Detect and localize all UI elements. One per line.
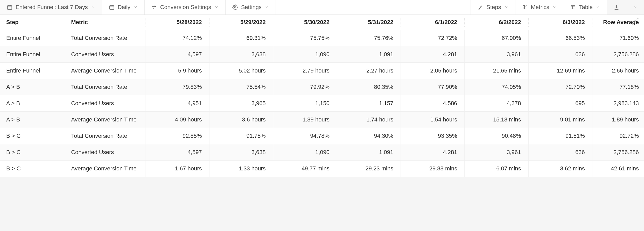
settings-label: Settings [241,4,262,11]
cell-value: 4,281 [401,46,464,63]
table-row: A > BTotal Conversion Rate79.83%75.54%79… [0,79,644,95]
metrics-icon [522,4,528,10]
cell-value: 90.48% [464,128,528,144]
col-row-average[interactable]: Row Average [592,15,644,30]
cell-value: 6.07 mins [464,161,528,177]
view-picker[interactable]: Table [563,0,607,15]
toolbar-spacer [276,0,471,15]
chevron-down-icon [91,4,95,11]
cell-value: 3.62 mins [528,161,592,177]
cell-value: 15.13 mins [464,112,528,128]
cell-value: 80.35% [337,79,401,95]
cell-metric: Converted Users [65,46,145,63]
granularity-picker[interactable]: Daily [102,0,145,15]
cell-value: 1,150 [273,95,337,112]
steps-label: Steps [486,4,501,11]
cell-value: 69.31% [209,30,273,46]
metrics-picker[interactable]: Metrics [515,0,564,15]
swap-arrows-icon [151,4,157,10]
cell-row-average: 92.72% [592,128,644,144]
cell-value: 79.83% [145,79,209,95]
conversion-settings-button[interactable]: Conversion Settings [145,0,226,15]
cell-value: 1,091 [337,144,401,161]
col-date[interactable]: 5/30/2022 [273,15,337,30]
cell-value: 75.54% [209,79,273,95]
cell-value: 5.9 hours [145,63,209,79]
cell-metric: Total Conversion Rate [65,79,145,95]
svg-rect-3 [571,6,575,9]
date-range-picker[interactable]: Entered Funnel: Last 7 Days [0,0,102,15]
cell-value: 1.89 hours [273,112,337,128]
table-row: B > CAverage Conversion Time1.67 hours1.… [0,161,644,177]
chevron-down-icon [214,4,219,11]
cell-value: 1,090 [273,46,337,63]
cell-value: 9.01 mins [528,112,592,128]
cell-value: 75.76% [337,30,401,46]
cell-value: 5.02 hours [209,63,273,79]
cell-value: 77.90% [401,79,464,95]
cell-value: 29.23 mins [337,161,401,177]
table-row: Entire FunnelTotal Conversion Rate74.12%… [0,30,644,46]
conversion-settings-label: Conversion Settings [160,4,211,11]
col-date[interactable]: 5/28/2022 [145,15,209,30]
funnel-table: Step Metric 5/28/2022 5/29/2022 5/30/202… [0,15,644,177]
cell-value: 636 [528,144,592,161]
steps-icon [478,4,483,10]
cell-value: 3,961 [464,46,528,63]
cell-step: B > C [0,128,65,144]
cell-row-average: 2.66 hours [592,63,644,79]
col-date[interactable]: 5/31/2022 [337,15,401,30]
chevron-down-icon [504,4,508,11]
cell-value: 79.92% [273,79,337,95]
table-row: B > CTotal Conversion Rate92.85%91.75%94… [0,128,644,144]
chevron-down-icon[interactable] [633,4,637,11]
col-step[interactable]: Step [0,15,65,30]
expand-icon[interactable] [634,17,639,23]
table-icon [570,4,576,10]
cell-value: 12.69 mins [528,63,592,79]
cell-value: 3.6 hours [209,112,273,128]
cell-step: Entire Funnel [0,63,65,79]
gear-icon [232,4,238,10]
cell-step: A > B [0,95,65,112]
cell-value: 66.53% [528,30,592,46]
col-date[interactable]: 5/29/2022 [209,15,273,30]
chevron-down-icon [552,4,556,11]
cell-value: 49.77 mins [273,161,337,177]
cell-step: A > B [0,79,65,95]
col-metric[interactable]: Metric [65,15,145,30]
svg-point-2 [234,6,236,8]
col-date[interactable]: 6/1/2022 [401,15,464,30]
calendar-icon [7,4,12,10]
cell-value: 1.67 hours [145,161,209,177]
cell-value: 4,281 [401,144,464,161]
cell-value: 3,961 [464,144,528,161]
cell-row-average: 2,756.286 [592,144,644,161]
view-label: Table [579,4,593,11]
settings-button[interactable]: Settings [226,0,276,15]
cell-value: 1,091 [337,46,401,63]
cell-value: 3,965 [209,95,273,112]
cell-value: 1.33 hours [209,161,273,177]
cell-value: 94.78% [273,128,337,144]
separator [626,3,626,11]
cell-value: 74.05% [464,79,528,95]
cell-value: 67.00% [464,30,528,46]
metrics-label: Metrics [531,4,549,11]
col-date[interactable]: 6/3/2022 [528,15,592,30]
cell-value: 4.09 hours [145,112,209,128]
steps-picker[interactable]: Steps [471,0,515,15]
cell-row-average: 1.89 hours [592,112,644,128]
svg-rect-0 [8,6,12,10]
cell-value: 29.88 mins [401,161,464,177]
cell-value: 4,597 [145,46,209,63]
cell-value: 74.12% [145,30,209,46]
table-header-row: Step Metric 5/28/2022 5/29/2022 5/30/202… [0,15,644,30]
col-date[interactable]: 6/2/2022 [464,15,528,30]
cell-value: 636 [528,46,592,63]
cell-value: 3,638 [209,46,273,63]
cell-value: 1.54 hours [401,112,464,128]
download-button[interactable] [607,0,644,15]
chevron-down-icon [134,4,138,11]
cell-metric: Total Conversion Rate [65,30,145,46]
